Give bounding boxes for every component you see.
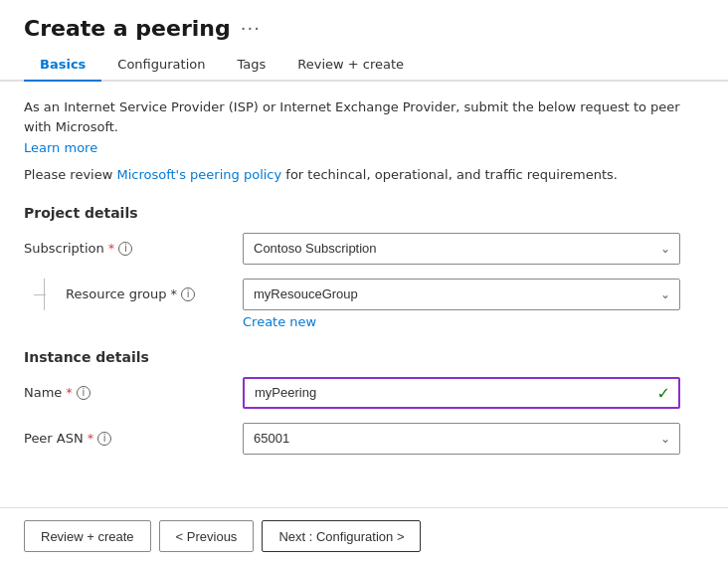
next-configuration-button[interactable]: Next : Configuration > bbox=[262, 520, 421, 552]
name-control: ✓ bbox=[243, 377, 680, 409]
name-row: Name * i ✓ bbox=[24, 377, 704, 409]
tab-tags[interactable]: Tags bbox=[222, 49, 282, 82]
footer: Review + create < Previous Next : Config… bbox=[0, 507, 728, 564]
subscription-required: * bbox=[108, 241, 115, 256]
isp-info-text: As an Internet Service Provider (ISP) or… bbox=[24, 97, 704, 136]
resource-group-info-icon[interactable]: i bbox=[181, 287, 195, 301]
policy-text: Please review Microsoft's peering policy… bbox=[24, 165, 704, 185]
name-check-icon: ✓ bbox=[657, 383, 670, 402]
tree-connector bbox=[34, 279, 54, 310]
peer-asn-label: Peer ASN * i bbox=[24, 431, 243, 446]
create-new-link[interactable]: Create new bbox=[243, 314, 316, 329]
peer-asn-select[interactable]: 65001 bbox=[243, 423, 680, 455]
page-title: Create a peering bbox=[24, 16, 231, 41]
name-required: * bbox=[66, 385, 73, 400]
resource-group-select[interactable]: myResouceGroup bbox=[243, 279, 680, 310]
tabs-bar: Basics Configuration Tags Review + creat… bbox=[0, 49, 728, 82]
more-options-icon[interactable]: ··· bbox=[241, 18, 261, 39]
name-info-icon[interactable]: i bbox=[77, 386, 91, 400]
peer-asn-info-icon[interactable]: i bbox=[97, 432, 111, 446]
tab-basics[interactable]: Basics bbox=[24, 49, 101, 82]
resource-group-required: * bbox=[171, 286, 178, 301]
content-area: As an Internet Service Provider (ISP) or… bbox=[0, 82, 728, 507]
instance-details-title: Instance details bbox=[24, 349, 704, 365]
resource-group-section: Resource group * i myResouceGroup ⌄ Crea… bbox=[24, 279, 704, 329]
resource-group-control: myResouceGroup ⌄ Create new bbox=[243, 279, 680, 329]
name-label: Name * i bbox=[24, 385, 243, 400]
previous-button[interactable]: < Previous bbox=[159, 520, 255, 552]
tab-review-create[interactable]: Review + create bbox=[281, 49, 420, 82]
subscription-select-wrapper: Contoso Subscription ⌄ bbox=[243, 233, 680, 265]
learn-more-link[interactable]: Learn more bbox=[24, 140, 97, 155]
resource-group-label-area: Resource group * i bbox=[24, 279, 243, 310]
peer-asn-control: 65001 ⌄ bbox=[243, 423, 680, 455]
subscription-select[interactable]: Contoso Subscription bbox=[243, 233, 680, 265]
name-input[interactable] bbox=[243, 377, 680, 409]
tree-horizontal-line bbox=[34, 294, 46, 295]
subscription-info-icon[interactable]: i bbox=[118, 242, 132, 256]
tab-configuration[interactable]: Configuration bbox=[101, 49, 221, 82]
peering-policy-link[interactable]: Microsoft's peering policy bbox=[116, 167, 281, 182]
name-input-wrapper: ✓ bbox=[243, 377, 680, 409]
resource-group-select-wrapper: myResouceGroup ⌄ bbox=[243, 279, 680, 310]
subscription-label: Subscription * i bbox=[24, 241, 243, 256]
subscription-control: Contoso Subscription ⌄ bbox=[243, 233, 680, 265]
resource-group-label-wrapper: Resource group * i bbox=[54, 279, 195, 310]
peer-asn-required: * bbox=[88, 431, 94, 446]
review-create-button[interactable]: Review + create bbox=[24, 520, 151, 552]
peer-asn-select-wrapper: 65001 ⌄ bbox=[243, 423, 680, 455]
project-details-title: Project details bbox=[24, 205, 704, 221]
peer-asn-row: Peer ASN * i 65001 ⌄ bbox=[24, 423, 704, 455]
page-container: Create a peering ··· Basics Configuratio… bbox=[0, 0, 728, 564]
subscription-row: Subscription * i Contoso Subscription ⌄ bbox=[24, 233, 704, 265]
header: Create a peering ··· bbox=[0, 0, 728, 49]
